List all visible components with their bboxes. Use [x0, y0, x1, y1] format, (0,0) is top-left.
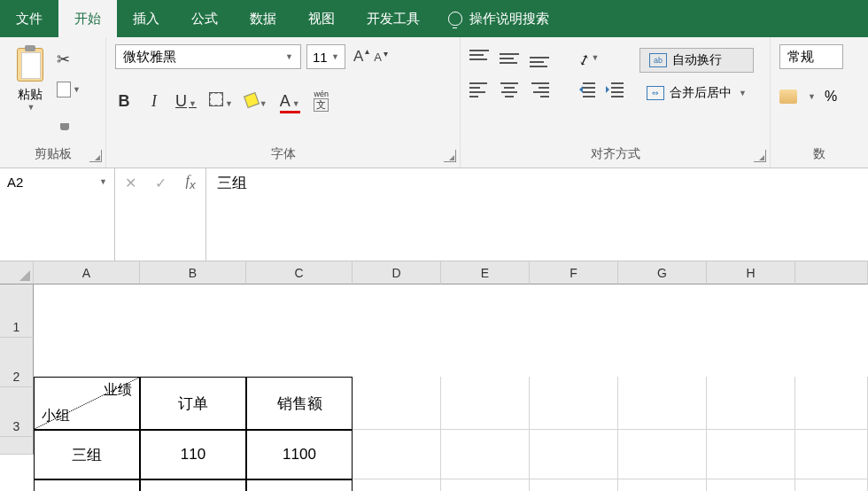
column-header[interactable]: H: [707, 261, 795, 284]
cell-A1[interactable]: 业绩 小组: [34, 377, 140, 430]
group-label-number: 数: [771, 143, 868, 168]
font-color-button[interactable]: A▼: [280, 92, 300, 111]
align-right-button[interactable]: [530, 82, 549, 98]
cell-I1[interactable]: [795, 377, 868, 430]
underline-button[interactable]: U▼: [175, 92, 197, 111]
decrease-indent-button[interactable]: [577, 82, 595, 97]
cut-button[interactable]: ✂: [57, 50, 81, 69]
column-header[interactable]: [795, 261, 868, 284]
name-box[interactable]: A2 ▼: [0, 168, 115, 261]
borders-button[interactable]: ▼: [209, 92, 233, 111]
column-header[interactable]: G: [618, 261, 707, 284]
select-all-corner[interactable]: [0, 261, 34, 284]
menu-formulas[interactable]: 公式: [175, 0, 234, 37]
row-header[interactable]: [0, 437, 34, 455]
cell-A1-bottom-label: 小组: [42, 407, 70, 425]
cell-B2[interactable]: 110: [140, 430, 246, 479]
formula-input[interactable]: 三组: [205, 168, 868, 261]
align-center-button[interactable]: [500, 82, 519, 98]
column-header[interactable]: F: [530, 261, 618, 284]
dialog-launcher-icon[interactable]: [444, 150, 456, 162]
grow-font-button[interactable]: A▴: [351, 48, 366, 66]
row-header[interactable]: 3: [0, 387, 34, 437]
column-header[interactable]: D: [353, 261, 441, 284]
cells-area[interactable]: 业绩 小组 订单 销售额 三组 110 1100 一组 120 1200: [34, 377, 868, 491]
bold-button[interactable]: B: [115, 92, 133, 111]
menu-data[interactable]: 数据: [234, 0, 292, 37]
dialog-launcher-icon[interactable]: [754, 150, 766, 162]
ribbon-group-clipboard: 粘贴 ▼ ✂ ▼ 剪贴板: [0, 37, 106, 168]
format-painter-button[interactable]: [57, 110, 81, 126]
menu-developer[interactable]: 开发工具: [351, 0, 436, 37]
number-format-combo[interactable]: 常规: [779, 44, 843, 69]
cell-B1[interactable]: 订单: [140, 377, 246, 430]
ribbon-group-number: 常规 ▼ % 数: [771, 37, 868, 168]
chevron-down-icon: ▼: [739, 89, 747, 97]
cell-D2[interactable]: [353, 430, 441, 479]
italic-button[interactable]: I: [145, 92, 163, 111]
cell-E2[interactable]: [441, 430, 530, 479]
percent-button[interactable]: %: [825, 89, 837, 105]
fill-color-button[interactable]: ▼: [245, 92, 267, 111]
cell-I2[interactable]: [795, 430, 868, 479]
menu-view[interactable]: 视图: [292, 0, 351, 37]
column-header[interactable]: A: [34, 261, 140, 284]
menu-file[interactable]: 文件: [0, 0, 58, 37]
menu-insert[interactable]: 插入: [117, 0, 175, 37]
column-header[interactable]: E: [441, 261, 530, 284]
row-header[interactable]: 1: [0, 284, 34, 338]
align-bottom-button[interactable]: [530, 50, 549, 66]
shrink-font-button[interactable]: A▾: [371, 51, 384, 64]
chevron-down-icon: ▼: [331, 52, 339, 61]
cell-E1[interactable]: [441, 377, 530, 430]
row-header[interactable]: 2: [0, 338, 34, 387]
wrap-text-button[interactable]: ab 自动换行: [639, 48, 754, 73]
font-size-value: 11: [313, 50, 328, 65]
paste-button[interactable]: 粘贴 ▼: [9, 44, 51, 112]
cancel-formula-button[interactable]: ✕: [115, 172, 145, 193]
accept-formula-button[interactable]: ✓: [145, 172, 175, 193]
ribbon-group-font: 微软雅黑 ▼ 11 ▼ A▴ A▾ B I U▼ ▼ ▼ A▼ wén: [106, 37, 461, 168]
cell-D1[interactable]: [353, 377, 441, 430]
font-name-combo[interactable]: 微软雅黑 ▼: [115, 44, 301, 69]
cell-A2[interactable]: 三组: [34, 430, 140, 479]
cell-E3[interactable]: [441, 479, 530, 491]
merge-center-button[interactable]: ⇔ 合并后居中 ▼: [639, 82, 754, 105]
cell-G1[interactable]: [618, 377, 707, 430]
cell-C1[interactable]: 销售额: [246, 377, 353, 430]
cell-H1[interactable]: [707, 377, 795, 430]
column-header[interactable]: C: [246, 261, 353, 284]
cell-H2[interactable]: [707, 430, 795, 479]
cell-H3[interactable]: [707, 479, 795, 491]
font-size-combo[interactable]: 11 ▼: [306, 44, 345, 69]
chevron-down-icon: ▼: [73, 85, 81, 94]
column-header[interactable]: B: [140, 261, 246, 284]
align-left-button[interactable]: [469, 82, 489, 98]
copy-button[interactable]: ▼: [57, 82, 81, 97]
fx-icon: fx: [185, 173, 195, 191]
dialog-launcher-icon[interactable]: [89, 150, 102, 162]
tell-me-search[interactable]: 操作说明搜索: [436, 0, 549, 37]
cell-F3[interactable]: [530, 479, 618, 491]
cell-C2[interactable]: 1100: [246, 430, 353, 479]
phonetic-button[interactable]: wén 文: [313, 90, 330, 112]
cell-G2[interactable]: [618, 430, 707, 479]
align-middle-button[interactable]: [500, 50, 519, 66]
paint-bucket-icon: [244, 92, 260, 108]
insert-function-button[interactable]: fx: [175, 172, 205, 193]
cell-C3[interactable]: 1200: [246, 479, 353, 491]
cell-A3[interactable]: 一组: [34, 479, 140, 491]
increase-indent-button[interactable]: [606, 82, 624, 97]
orientation-button[interactable]: ⤢▼: [575, 46, 601, 69]
cell-D3[interactable]: [353, 479, 441, 491]
cell-F2[interactable]: [530, 430, 618, 479]
cell-I3[interactable]: [795, 479, 868, 491]
group-label-font: 字体: [106, 143, 460, 168]
align-top-button[interactable]: [469, 50, 489, 66]
chevron-down-icon: ▼: [285, 52, 293, 61]
cell-F1[interactable]: [530, 377, 618, 430]
currency-icon[interactable]: [779, 90, 797, 104]
cell-B3[interactable]: 120: [140, 479, 246, 491]
menu-home[interactable]: 开始: [58, 0, 117, 37]
cell-G3[interactable]: [618, 479, 707, 491]
